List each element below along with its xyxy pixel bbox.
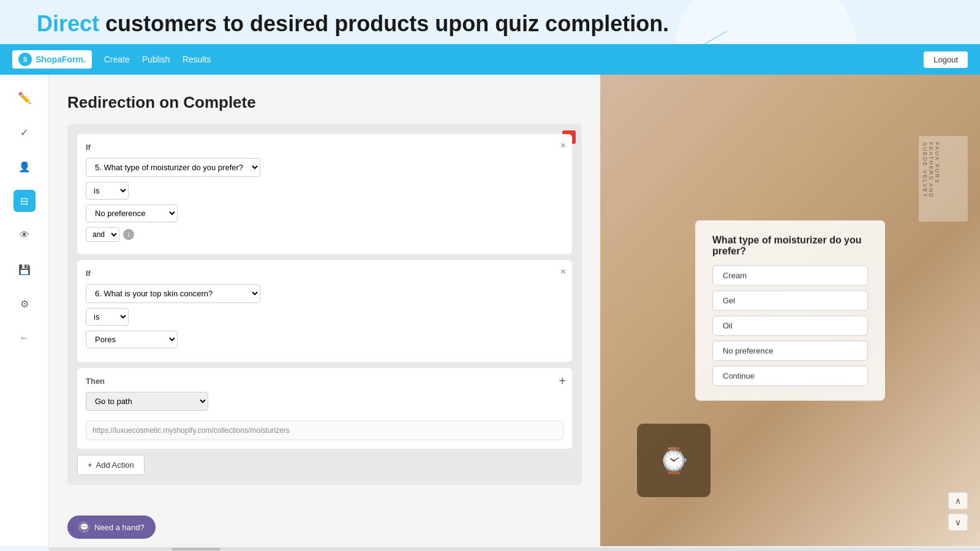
magazine-text: SUEDE VELVET FEATHERS AND FAUX FURS (922, 142, 940, 198)
if2-operator-select[interactable]: is is not (86, 308, 129, 326)
if2-operator-row: is is not (86, 308, 564, 326)
if1-operator-select[interactable]: is is not (86, 182, 129, 200)
if2-question-row: 5. What type of moisturizer do you prefe… (86, 284, 564, 303)
scrollbar-thumb (172, 548, 221, 550)
then-action-select[interactable]: Go to path Show message Redirect URL (86, 392, 208, 411)
header-title-rest: customers to desired products upon quiz … (99, 11, 669, 36)
help-button[interactable]: 💬 Need a hand? (67, 515, 156, 539)
users-icon: 👤 (18, 161, 31, 173)
check-icon: ✓ (20, 127, 28, 138)
logic-icon: ⊟ (20, 195, 28, 207)
quiz-option-gel[interactable]: Gel (712, 291, 868, 311)
chevron-down-icon: ∨ (955, 517, 961, 527)
pencil-icon: ✏️ (18, 91, 31, 105)
add-action-button[interactable]: + Add Action (77, 455, 145, 475)
if2-close-button[interactable]: × (560, 266, 566, 277)
sidebar-item-check[interactable]: ✓ (13, 121, 36, 143)
sidebar-item-logic[interactable]: ⊟ (13, 190, 36, 212)
if-block-2: If × 5. What type of moisturizer do you … (77, 260, 572, 362)
navbar: S ShopaForm. Create Publish Results Logo… (0, 44, 980, 75)
watch-icon: ⌚ (658, 446, 689, 475)
preview-watch-decoration: ⌚ (637, 424, 710, 497)
if-label-2: If (86, 269, 564, 278)
logo-brand: Shopa (36, 54, 62, 64)
chevron-up-icon: ∧ (955, 496, 961, 506)
logo-text: ShopaForm. (36, 54, 86, 64)
then-add-button[interactable]: + (559, 374, 566, 388)
quiz-continue-button[interactable]: Continue (712, 366, 868, 386)
if2-answer-select[interactable]: Pores Acne Dryness Wrinkles (86, 331, 178, 348)
sidebar-item-eye[interactable]: 👁 (13, 224, 36, 246)
quiz-option-oil[interactable]: Oil (712, 316, 868, 336)
nav-publish[interactable]: Publish (142, 54, 170, 64)
if1-answer-row: No preference Cream Gel Oil (86, 204, 564, 222)
bottom-scrollbar[interactable] (49, 547, 980, 551)
if1-question-row: 5. What type of moisturizer do you prefe… (86, 158, 564, 177)
path-input[interactable] (86, 421, 564, 440)
navbar-nav: Create Publish Results (104, 54, 211, 64)
if1-close-button[interactable]: × (560, 140, 566, 151)
if-block-1: If × 5. What type of moisturizer do you … (77, 134, 572, 254)
sidebar-item-pencil[interactable]: ✏️ (13, 87, 36, 109)
nav-create[interactable]: Create (104, 54, 130, 64)
logo-icon: S (18, 53, 32, 66)
scroll-up-button[interactable]: ∧ (948, 492, 968, 509)
and-connector: and or i (86, 227, 564, 242)
if2-question-select[interactable]: 5. What type of moisturizer do you prefe… (86, 284, 260, 303)
quiz-option-no-preference[interactable]: No preference (712, 341, 868, 361)
nav-results[interactable]: Results (183, 54, 211, 64)
main-content: ✏️ ✓ 👤 ⊟ 👁 💾 ⚙ ← Redirection on Complete… (0, 75, 980, 546)
gear-icon: ⚙ (20, 298, 29, 310)
page-header-title: Direct customers to desired products upo… (0, 0, 980, 44)
quiz-card: What type of moisturizer do you prefer? … (695, 220, 885, 401)
logo-suffix: Form. (62, 54, 86, 64)
back-arrow-icon: ← (20, 332, 29, 343)
add-action-plus-icon: + (88, 460, 92, 470)
if-label-1: If (86, 143, 564, 152)
then-action-row: Go to path Show message Redirect URL (86, 392, 564, 411)
quiz-question: What type of moisturizer do you prefer? (712, 235, 868, 257)
header-highlight: Direct (37, 11, 99, 36)
chat-icon: 💬 (78, 522, 89, 533)
if2-answer-row: Pores Acne Dryness Wrinkles (86, 331, 564, 348)
info-icon[interactable]: i (123, 229, 134, 240)
preview-background: ⌚ SUEDE VELVET FEATHERS AND FAUX FURS Wh… (600, 75, 980, 546)
preview-panel: ⌚ SUEDE VELVET FEATHERS AND FAUX FURS Wh… (600, 75, 980, 546)
preview-magazine-decoration: SUEDE VELVET FEATHERS AND FAUX FURS (919, 136, 968, 222)
rule-card: × If × 5. What type of moisturizer do yo… (67, 124, 582, 485)
if1-operator-row: is is not (86, 182, 564, 200)
logout-button[interactable]: Logout (924, 51, 968, 68)
sidebar-item-settings[interactable]: ⚙ (13, 293, 36, 315)
then-label: Then (86, 377, 564, 386)
add-action-label: Add Action (96, 460, 134, 470)
then-block: Then + Go to path Show message Redirect … (77, 368, 572, 449)
editor-title: Redirection on Complete (67, 93, 582, 112)
sidebar-item-save[interactable]: 💾 (13, 258, 36, 280)
sidebar-item-users[interactable]: 👤 (13, 156, 36, 178)
save-icon: 💾 (18, 264, 31, 276)
scroll-down-button[interactable]: ∨ (948, 514, 968, 531)
help-label: Need a hand? (94, 523, 145, 532)
eye-icon: 👁 (20, 230, 29, 241)
sidebar: ✏️ ✓ 👤 ⊟ 👁 💾 ⚙ ← (0, 75, 49, 546)
and-or-select[interactable]: and or (86, 227, 119, 242)
editor-panel: Redirection on Complete × If × 5. What t… (49, 75, 600, 546)
if1-question-select[interactable]: 5. What type of moisturizer do you prefe… (86, 158, 260, 177)
quiz-option-cream[interactable]: Cream (712, 266, 868, 286)
navbar-logo[interactable]: S ShopaForm. (12, 50, 92, 69)
sidebar-item-back[interactable]: ← (13, 327, 36, 349)
if1-answer-select[interactable]: No preference Cream Gel Oil (86, 204, 178, 222)
